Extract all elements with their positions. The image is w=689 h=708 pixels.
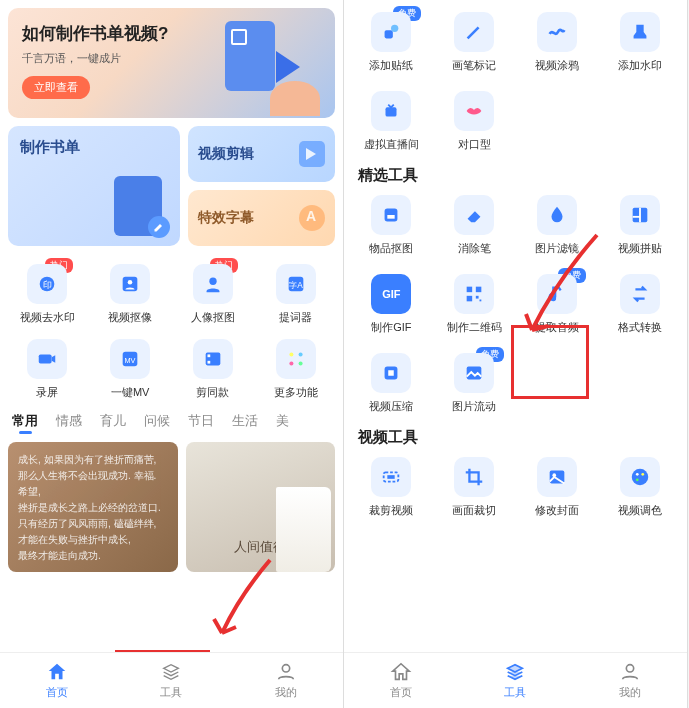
featured-tools-grid: 物品抠图 消除笔 图片滤镜 视频拼贴 GIF 制作GIF 制作二维码 免费 提取… [352, 195, 679, 414]
tool-label: 提取音频 [518, 320, 597, 335]
nav-tools[interactable]: 工具 [114, 653, 228, 708]
tool-video-doodle[interactable]: 视频涂鸦 [518, 12, 597, 73]
svg-point-40 [636, 473, 639, 476]
tool-video-collage[interactable]: 视频拼贴 [600, 195, 679, 256]
svg-rect-36 [388, 475, 395, 479]
tool-image-filter[interactable]: 图片滤镜 [518, 195, 597, 256]
tool-brush-mark[interactable]: 画笔标记 [435, 12, 514, 73]
tool-object-matting[interactable]: 物品抠图 [352, 195, 431, 256]
svg-text:字A: 字A [289, 281, 303, 290]
tool-format-convert[interactable]: 格式转换 [600, 274, 679, 335]
tool-video-cutout[interactable]: 视频抠像 [91, 264, 170, 325]
tool-label: 图片滤镜 [518, 241, 597, 256]
tab-festival[interactable]: 节日 [188, 412, 214, 434]
trim-icon [371, 457, 411, 497]
nav-home[interactable]: 首页 [344, 653, 458, 708]
nav-mine[interactable]: 我的 [573, 653, 687, 708]
tab-parenting[interactable]: 育儿 [100, 412, 126, 434]
tool-label: 一键MV [91, 385, 170, 400]
svg-rect-18 [385, 30, 393, 38]
tool-video-compress[interactable]: 视频压缩 [352, 353, 431, 414]
tool-eraser[interactable]: 消除笔 [435, 195, 514, 256]
tool-teleprompter[interactable]: 字A 提词器 [256, 264, 335, 325]
qrcode-icon [454, 274, 494, 314]
effect-subtitle-card[interactable]: 特效字幕 [188, 190, 336, 246]
tool-label: 消除笔 [435, 241, 514, 256]
tool-add-sticker[interactable]: 免费 添加贴纸 [352, 12, 431, 73]
broadcast-icon [371, 91, 411, 131]
home-icon [46, 661, 68, 683]
tool-label: 修改封面 [518, 503, 597, 518]
svg-point-41 [641, 473, 644, 476]
tool-make-qrcode[interactable]: 制作二维码 [435, 274, 514, 335]
pencil-icon [148, 216, 170, 238]
tool-make-gif[interactable]: GIF 制作GIF [352, 274, 431, 335]
tool-label: 虚拟直播间 [352, 137, 431, 152]
tool-trim-video[interactable]: 裁剪视频 [352, 457, 431, 518]
text-icon: 字A [276, 264, 316, 304]
video-edit-card[interactable]: 视频剪辑 [188, 126, 336, 182]
tool-video-color[interactable]: 视频调色 [600, 457, 679, 518]
droplet-icon [537, 195, 577, 235]
svg-rect-29 [476, 296, 479, 299]
tool-image-flow[interactable]: 免费 图片流动 [435, 353, 514, 414]
tab-greeting[interactable]: 问候 [144, 412, 170, 434]
svg-rect-34 [467, 367, 482, 380]
banner-cta-button[interactable]: 立即查看 [22, 76, 90, 99]
promo-banner[interactable]: 如何制作书单视频? 千言万语，一键成片 立即查看 [8, 8, 335, 118]
tool-add-watermark[interactable]: 添加水印 [600, 12, 679, 73]
svg-rect-7 [39, 354, 52, 363]
svg-rect-28 [467, 296, 473, 302]
tool-extract-audio[interactable]: 免费 提取音频 [518, 274, 597, 335]
person-video-icon [110, 264, 150, 304]
tool-one-click-mv[interactable]: MV 一键MV [91, 339, 170, 400]
tab-life[interactable]: 生活 [232, 412, 258, 434]
feature-cards: 制作书单 视频剪辑 特效字幕 [8, 126, 335, 246]
stamp-icon [620, 12, 660, 52]
tool-label: 物品抠图 [352, 241, 431, 256]
svg-rect-30 [480, 300, 482, 302]
section-video-title: 视频工具 [358, 428, 673, 447]
tool-label: 视频压缩 [352, 399, 431, 414]
template-card-1[interactable]: 成长, 如果因为有了挫折而痛苦, 那么人生将不会出现成功. 幸福. 希望, 挫折… [8, 442, 178, 572]
nav-label: 工具 [160, 685, 182, 700]
tool-more-functions[interactable]: 更多功能 [256, 339, 335, 400]
tool-cut-same[interactable]: 剪同款 [174, 339, 253, 400]
svg-point-3 [128, 280, 133, 285]
tool-lip-sync[interactable]: 对口型 [435, 91, 514, 152]
svg-point-31 [550, 296, 556, 302]
shapes-icon [371, 12, 411, 52]
book-graphic [276, 487, 331, 572]
tool-change-cover[interactable]: 修改封面 [518, 457, 597, 518]
image-icon [454, 353, 494, 393]
tool-label: 视频涂鸦 [518, 58, 597, 73]
tool-portrait-matting[interactable]: 热门 人像抠图 [174, 264, 253, 325]
make-booklist-card[interactable]: 制作书单 [8, 126, 180, 246]
banner-graphic [205, 16, 325, 106]
hand-icon [270, 81, 320, 116]
nav-mine[interactable]: 我的 [229, 653, 343, 708]
tab-common[interactable]: 常用 [12, 412, 38, 434]
lips-icon [454, 91, 494, 131]
squiggle-icon [537, 12, 577, 52]
card-title: 视频剪辑 [198, 145, 254, 163]
template-text: 成长, 如果因为有了挫折而痛苦, 那么人生将不会出现成功. 幸福. 希望, 挫折… [18, 452, 168, 564]
tool-remove-watermark[interactable]: 热门 印 视频去水印 [8, 264, 87, 325]
tool-label: 对口型 [435, 137, 514, 152]
person-icon [619, 661, 641, 683]
svg-text:印: 印 [43, 280, 52, 290]
tab-beauty[interactable]: 美 [276, 412, 289, 434]
section-featured-title: 精选工具 [358, 166, 673, 185]
tool-label: 视频抠像 [91, 310, 170, 325]
svg-point-19 [391, 25, 398, 32]
tool-virtual-live[interactable]: 虚拟直播间 [352, 91, 431, 152]
tool-screen-record[interactable]: 录屏 [8, 339, 87, 400]
template-card-2[interactable]: 人间值得 [186, 442, 336, 572]
svg-point-39 [631, 469, 648, 486]
tool-crop-frame[interactable]: 画面裁切 [435, 457, 514, 518]
svg-rect-22 [388, 215, 395, 219]
nav-home[interactable]: 首页 [0, 653, 114, 708]
tool-label: 更多功能 [256, 385, 335, 400]
nav-tools[interactable]: 工具 [458, 653, 572, 708]
tab-emotion[interactable]: 情感 [56, 412, 82, 434]
